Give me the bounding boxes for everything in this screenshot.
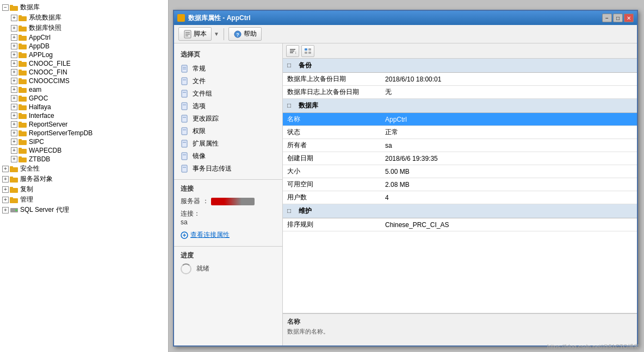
expand-icon: + [11,147,17,154]
tree-item-GPOC[interactable]: + GPOC [0,94,168,103]
prop-name: 数据库上次备份日期 [283,73,381,86]
prop-row-created[interactable]: 创建日期 2018/6/6 19:39:35 [283,152,637,165]
prop-row-available[interactable]: 可用空间 2.08 MB [283,178,637,191]
prop-row-status[interactable]: 状态 正常 [283,126,637,139]
svg-rect-6 [18,36,27,41]
script-dropdown-arrow[interactable]: ▼ [214,31,219,37]
tree-item-replication[interactable]: + 复制 [0,184,168,194]
tree-item-eam[interactable]: + eam [0,85,168,94]
tree-item-SIPC[interactable]: + SIPC [0,137,168,146]
tree-label: ReportServerTempDB [29,129,92,137]
tree-item-Interface[interactable]: + Interface [0,111,168,120]
folder-icon [18,139,27,145]
tree-item-server-objects[interactable]: + 服务器对象 [0,174,168,184]
categorize-props-button[interactable] [301,45,314,57]
page-icon [181,115,189,123]
svg-rect-18 [18,88,27,93]
svg-rect-65 [182,140,187,147]
tree-item-APPLog[interactable]: + APPLog [0,51,168,59]
prop-name: 状态 [283,126,381,139]
prop-name: 可用空间 [283,178,381,191]
folder-icon [18,112,27,119]
tree-label: WAPECDB [29,147,61,154]
tree-item-Halfaya[interactable]: + Halfaya [0,103,168,111]
prop-row-users[interactable]: 用户数 4 [283,191,637,204]
nav-item-normal[interactable]: 常规 [174,62,282,75]
tree-item-AppCtrl[interactable]: + AppCtrl [0,33,168,42]
svg-rect-78 [305,48,307,51]
svg-rect-59 [182,103,187,110]
tree-item-ZTBDB[interactable]: + ZTBDB [0,155,168,164]
prop-row-last-backup: 数据库上次备份日期 2018/6/10 18:00:01 [283,73,637,86]
prop-row-owner[interactable]: 所有者 sa [283,139,637,152]
svg-rect-16 [18,79,27,84]
svg-rect-26 [18,123,27,128]
tree-item-ReportServer[interactable]: + ReportServer [0,120,168,129]
nav-item-filegroup[interactable]: 文件组 [174,87,282,100]
minimize-button[interactable]: − [602,14,612,22]
nav-item-translog[interactable]: 事务日志传送 [174,162,282,175]
tree-label: Halfaya [29,103,51,111]
svg-text:?: ? [236,32,239,37]
tree-item-db-snapshot[interactable]: + 数据库快照 [0,23,168,33]
expand-icon: + [11,60,17,67]
dialog-title: 数据库属性 - AppCtrl [177,14,251,23]
page-icon [181,152,189,161]
svg-rect-32 [18,149,27,154]
section-database-label: 数据库 [299,102,318,109]
script-button[interactable]: 脚本 [178,27,212,41]
connect-value: sa [181,218,276,226]
sort-props-button[interactable]: ↕ [286,45,299,57]
tree-label-sql-agent: SQL Server 代理 [20,205,69,215]
tree-item-sys-db[interactable]: + 系统数据库 [0,12,168,23]
nav-item-extprop[interactable]: 扩展属性 [174,137,282,150]
tree-item-CNOOC_FIN[interactable]: + CNOOC_FIN [0,68,168,77]
tree-item-CNOOCCIMS[interactable]: + CNOOCCIMS [0,77,168,85]
section-collapse-icon: □ [287,102,295,109]
tree-item-AppDB[interactable]: + AppDB [0,42,168,51]
nav-item-changetrack[interactable]: 更改跟踪 [174,112,282,125]
dialog-titlebar: 数据库属性 - AppCtrl − □ ✕ [174,11,637,25]
folder-icon [18,15,27,21]
folder-icon [18,25,27,32]
help-button[interactable]: ? 帮助 [228,27,262,41]
view-connection-link[interactable]: 查看连接属性 [181,230,276,240]
tree-label: 数据库快照 [29,23,61,33]
prop-row-size[interactable]: 大小 5.00 MB [283,165,637,178]
connection-section-label: 连接 [181,184,276,193]
tree-item-management[interactable]: + 管理 [0,194,168,205]
svg-rect-57 [182,90,187,97]
nav-item-mirror[interactable]: 镜像 [174,150,282,162]
tree-label: AppDB [29,42,49,50]
section-collapse-icon: □ [287,207,295,215]
folder-icon [18,60,27,67]
expand-icon: + [11,156,17,162]
expand-icon: + [11,15,17,21]
nav-item-permission[interactable]: 权限 [174,125,282,137]
close-button[interactable]: ✕ [624,14,634,22]
nav-item-file[interactable]: 文件 [174,75,282,87]
connect-label: 连接： [181,210,200,217]
svg-rect-63 [182,128,187,135]
expand-icon: + [11,139,17,145]
tree-item-security[interactable]: + 安全性 [0,164,168,174]
tree-root-databases[interactable]: − 数据库 [0,2,168,12]
prop-row-collation[interactable]: 排序规则 Chinese_PRC_CI_AS [283,218,637,231]
svg-rect-55 [182,78,187,85]
svg-rect-31 [18,139,22,141]
tree-label: SIPC [29,138,44,146]
progress-status: 就绪 [181,263,276,274]
tree-item-WAPECDB[interactable]: + WAPECDB [0,146,168,155]
props-toolbar: ↕ [283,43,637,59]
page-icon [181,102,189,111]
prop-name: 创建日期 [283,152,381,165]
maximize-button[interactable]: □ [613,14,623,22]
folder-icon [18,104,27,110]
prop-value: 无 [381,86,637,99]
nav-item-options[interactable]: 选项 [174,100,282,112]
tree-item-CNOOC_FILE[interactable]: + CNOOC_FILE [0,59,168,68]
tree-item-sql-agent[interactable]: + SQL Server 代理 [0,205,168,215]
tree-item-ReportServerTempDB[interactable]: + ReportServerTempDB [0,129,168,137]
page-icon [181,165,189,173]
prop-row-name[interactable]: 名称 AppCtrl [283,113,637,126]
